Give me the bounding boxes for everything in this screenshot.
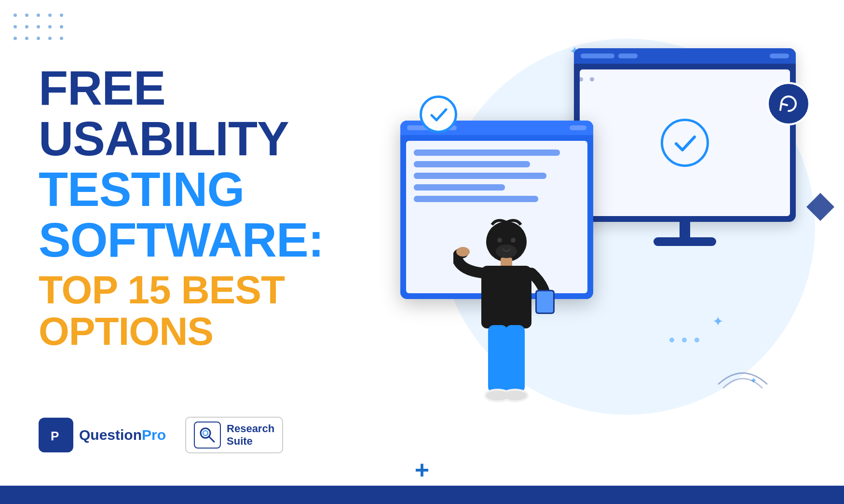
svg-rect-7 (481, 266, 531, 328)
svg-line-3 (209, 436, 214, 442)
questionpro-label: QuestionPro (79, 427, 166, 443)
headline-line6: OPTIONS (39, 311, 309, 352)
checkmark-float (420, 95, 457, 133)
svg-point-18 (511, 238, 516, 243)
headline-line2: USABILITY (39, 113, 309, 164)
research-suite-logo: Research Suite (185, 417, 283, 453)
research-suite-icon (194, 422, 221, 449)
refresh-circle (767, 82, 810, 125)
svg-point-16 (504, 391, 527, 400)
headline-line3: TESTING (39, 164, 309, 215)
arc-decoration (714, 360, 772, 391)
person-illustration (453, 215, 559, 429)
svg-point-4 (203, 431, 208, 436)
headline-line5: TOP 15 BEST (39, 269, 309, 311)
dot-scatter-2 (579, 77, 594, 82)
sparkle-deco-2: ✦ (712, 313, 723, 329)
dot-scatter (669, 338, 699, 342)
svg-point-17 (497, 238, 502, 243)
main-container: + FREE USABILITY TESTING SOFTWARE: TOP 1… (0, 0, 844, 504)
svg-rect-11 (488, 325, 507, 393)
svg-rect-10 (537, 291, 553, 313)
left-content: FREE USABILITY TESTING SOFTWARE: TOP 15 … (39, 63, 309, 352)
headline-line4: SOFTWARE: (39, 215, 309, 265)
headline-line1: FREE (39, 63, 309, 113)
checkmark-back-monitor (661, 119, 709, 167)
svg-text:P: P (51, 429, 59, 443)
svg-point-8 (456, 247, 470, 257)
research-suite-label: Research Suite (227, 422, 274, 448)
monitor-back (574, 48, 796, 222)
questionpro-logo: P QuestionPro (39, 418, 166, 452)
right-illustration: ✦ ✦ ✦ (338, 0, 844, 473)
bottom-bar (0, 486, 844, 504)
questionpro-icon: P (39, 418, 73, 452)
dot-grid-decoration (14, 14, 67, 43)
svg-rect-12 (505, 325, 525, 393)
logos-section: P QuestionPro Research Suite (39, 417, 283, 453)
plus-decoration: + (415, 457, 429, 482)
